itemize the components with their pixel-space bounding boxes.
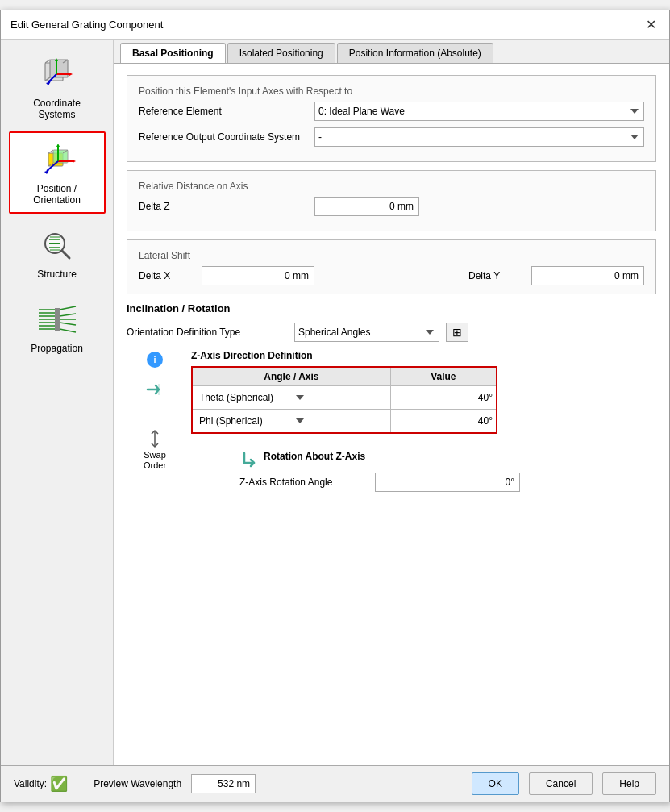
main-content: Basal Positioning Isolated Positioning P…: [114, 40, 669, 765]
table-row-theta: Theta (Spherical) Phi (Spherical): [192, 386, 497, 410]
close-button[interactable]: ✕: [643, 17, 660, 32]
sidebar-item-structure[interactable]: Structure: [9, 217, 106, 288]
z-axis-left-panel: i: [127, 350, 183, 492]
sidebar-item-propagation[interactable]: Propagation: [9, 291, 106, 362]
coordinate-systems-icon: [33, 54, 81, 94]
swap-arrows-icon: [147, 429, 163, 448]
svg-marker-6: [69, 73, 73, 76]
relative-distance-title: Relative Distance on Axis: [139, 181, 644, 192]
ok-button[interactable]: OK: [472, 772, 519, 795]
sidebar-label-propagation: Propagation: [31, 343, 83, 354]
validity-label: Validity:: [14, 778, 47, 789]
sidebar-item-position-orientation[interactable]: Position /Orientation: [9, 131, 106, 214]
phi-select[interactable]: Phi (Spherical) Theta (Spherical): [196, 411, 309, 431]
dialog-body: CoordinateSystems: [1, 40, 669, 765]
sidebar: CoordinateSystems: [1, 40, 114, 765]
grid-icon-button[interactable]: ⊞: [446, 323, 468, 342]
swap-order-label: SwapOrder: [144, 450, 166, 471]
delta-z-label: Delta Z: [139, 201, 308, 212]
rotation-arrow-row: Rotation About Z-Axis: [239, 450, 656, 468]
delta-x-input[interactable]: [202, 266, 314, 285]
inclination-section: Inclination / Rotation Orientation Defin…: [127, 302, 656, 492]
svg-marker-17: [73, 160, 76, 163]
tab-isolated-positioning[interactable]: Isolated Positioning: [227, 43, 335, 63]
theta-angle-cell[interactable]: Theta (Spherical) Phi (Spherical): [192, 386, 390, 410]
position-title: Position this Element's Input Axes with …: [139, 85, 644, 97]
svg-rect-38: [55, 308, 60, 331]
svg-line-40: [60, 314, 76, 316]
delta-z-input[interactable]: [314, 197, 419, 216]
help-button[interactable]: Help: [602, 772, 656, 795]
propagation-icon: [33, 299, 81, 339]
cancel-button[interactable]: Cancel: [529, 772, 593, 795]
sidebar-label-structure: Structure: [37, 269, 77, 280]
reference-element-select[interactable]: 0: Ideal Plane Wave: [314, 102, 644, 121]
table-header-value: Value: [390, 367, 497, 386]
lateral-shift-row: Delta X Delta Y: [139, 266, 644, 285]
preview-wavelength-input[interactable]: [191, 774, 256, 793]
arrow-right-icon: [144, 379, 165, 400]
preview-wavelength-label: Preview Wavelength: [94, 778, 181, 789]
table-row-phi: Phi (Spherical) Theta (Spherical): [192, 410, 497, 434]
dialog-title: Edit General Grating Component: [10, 19, 163, 31]
z-rotation-label: Z-Axis Rotation Angle: [239, 477, 368, 488]
inclination-title: Inclination / Rotation: [127, 302, 656, 314]
title-bar: Edit General Grating Component ✕: [1, 10, 669, 40]
svg-line-42: [60, 323, 76, 325]
position-section: Position this Element's Input Axes with …: [127, 75, 656, 162]
delta-y-label: Delta Y: [468, 270, 525, 281]
arrow-down-right-icon: [239, 450, 257, 468]
orientation-def-row: Orientation Definition Type Spherical An…: [127, 323, 656, 342]
theta-value-input[interactable]: [436, 392, 493, 403]
reference-output-row: Reference Output Coordinate System -: [139, 127, 644, 147]
rotation-row: Z-Axis Rotation Angle: [239, 473, 656, 492]
valid-checkmark-icon: ✅: [50, 775, 68, 793]
z-rotation-input[interactable]: [375, 473, 520, 492]
orientation-def-label: Orientation Definition Type: [127, 327, 288, 338]
table-header-angle: Angle / Axis: [192, 367, 390, 386]
info-badge: i: [147, 352, 163, 368]
phi-value-input[interactable]: [436, 415, 493, 427]
delta-z-row: Delta Z: [139, 197, 644, 216]
reference-element-row: Reference Element 0: Ideal Plane Wave: [139, 102, 644, 121]
svg-line-30: [62, 251, 69, 258]
phi-value-cell[interactable]: [390, 410, 497, 434]
orientation-def-select[interactable]: Spherical Angles Euler Angles Direction …: [294, 323, 439, 342]
tab-position-information[interactable]: Position Information (Absolute): [337, 43, 493, 63]
svg-line-39: [60, 306, 76, 310]
lateral-shift-title: Lateral Shift: [139, 250, 644, 261]
phi-angle-cell[interactable]: Phi (Spherical) Theta (Spherical): [192, 410, 390, 434]
relative-distance-section: Relative Distance on Axis Delta Z: [127, 170, 656, 231]
sidebar-label-coordinate: CoordinateSystems: [33, 98, 81, 120]
svg-marker-19: [56, 144, 60, 147]
delta-x-label: Delta X: [139, 270, 195, 281]
angle-table: Angle / Axis Value Theta (Spherical): [191, 366, 497, 434]
edit-dialog: Edit General Grating Component ✕: [0, 10, 670, 802]
svg-line-13: [48, 150, 53, 153]
svg-line-43: [60, 329, 76, 332]
position-orientation-icon: [33, 139, 81, 180]
z-axis-right-panel: Z-Axis Direction Definition Angle / Axis…: [191, 350, 656, 492]
reference-output-label: Reference Output Coordinate System: [139, 131, 308, 143]
sidebar-label-position: Position /Orientation: [33, 183, 81, 206]
delta-y-input[interactable]: [531, 266, 644, 285]
reference-output-select[interactable]: -: [314, 127, 644, 147]
tab-basal-positioning[interactable]: Basal Positioning: [120, 43, 226, 63]
z-direction-title: Z-Axis Direction Definition: [191, 350, 656, 361]
swap-order-area[interactable]: SwapOrder: [144, 429, 166, 471]
tab-content: Position this Element's Input Axes with …: [114, 64, 669, 765]
sidebar-item-coordinate-systems[interactable]: CoordinateSystems: [9, 46, 106, 128]
footer: Validity: ✅ Preview Wavelength OK Cancel…: [1, 765, 669, 802]
theta-value-cell[interactable]: [390, 386, 497, 410]
reference-element-label: Reference Element: [139, 106, 308, 117]
rotation-title: Rotation About Z-Axis: [264, 451, 365, 462]
tab-bar: Basal Positioning Isolated Positioning P…: [114, 40, 669, 64]
z-axis-direction-section: i: [127, 350, 656, 492]
lateral-shift-section: Lateral Shift Delta X Delta Y: [127, 239, 656, 294]
structure-icon: [33, 225, 81, 265]
theta-select[interactable]: Theta (Spherical) Phi (Spherical): [196, 388, 309, 407]
rotation-about-z-section: Rotation About Z-Axis Z-Axis Rotation An…: [239, 450, 656, 492]
validity-area: Validity: ✅: [14, 775, 68, 793]
